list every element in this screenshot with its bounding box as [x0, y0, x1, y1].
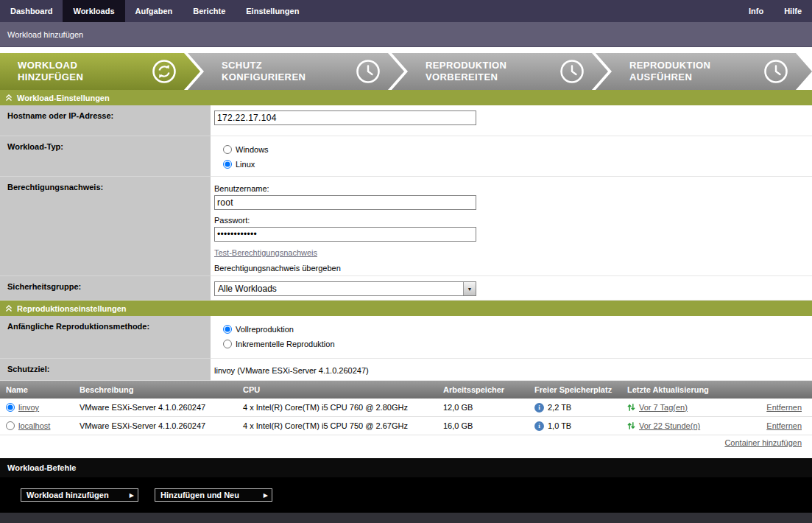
- collapse-icon: [5, 305, 13, 312]
- security-group-label: Sicherheitsgruppe:: [0, 276, 211, 301]
- top-nav: Dashboard Workloads Aufgaben Berichte Ei…: [0, 0, 812, 22]
- footer-command-area: Workload hinzufügen ▶ Hinzufügen und Neu…: [0, 477, 812, 513]
- section-header-workload-einstellungen[interactable]: Workload-Einstellungen: [0, 90, 812, 105]
- radio-option-windows[interactable]: Windows: [223, 145, 812, 154]
- cell-free-space: 1,0 TB: [548, 421, 571, 430]
- wizard-steps: WORKLOAD HINZUFÜGEN SCHUTZ KONFIGURIEREN…: [0, 53, 812, 90]
- sync-in-progress-icon: [152, 59, 177, 84]
- add-container-link[interactable]: Container hinzufügen: [724, 438, 802, 447]
- username-input[interactable]: [214, 195, 476, 210]
- password-label: Passwort:: [214, 216, 812, 225]
- wizard-step-label-line2: VORBEREITEN: [426, 71, 549, 83]
- wizard-step-workload-hinzufuegen: WORKLOAD HINZUFÜGEN: [0, 53, 200, 90]
- cell-memory: 16,0 GB: [437, 421, 529, 430]
- section-header-reproduktionseinstellungen[interactable]: Reproduktionseinstellungen: [0, 301, 812, 316]
- add-container-row: Container hinzufügen: [0, 435, 812, 451]
- hostname-input[interactable]: [214, 110, 476, 125]
- workload-commands-bar: Workload-Befehle: [0, 458, 812, 477]
- wizard-step-label-line1: REPRODUKTION: [629, 60, 753, 71]
- button-arrow-icon: ▶: [119, 492, 134, 499]
- clock-icon: [763, 59, 788, 84]
- nav-spacer: [309, 0, 738, 22]
- add-and-new-button[interactable]: Hinzufügen und Neu ▶: [155, 488, 272, 502]
- form-row-protection-target: Schutzziel: linvoy (VMware ESXi-Server 4…: [0, 359, 812, 381]
- wizard-step-label-line1: REPRODUKTION: [426, 60, 549, 71]
- column-header-freier-speicherplatz: Freier Speicherplatz: [529, 385, 621, 394]
- cell-free-space: 2,2 TB: [548, 403, 571, 412]
- form-row-credentials: Berechtigungsnachweis: Benutzername: Pas…: [0, 177, 812, 276]
- radio-option-linux[interactable]: Linux: [223, 160, 812, 169]
- form-row-hostname: Hostname oder IP-Adresse:: [0, 105, 812, 136]
- app-window: Dashboard Workloads Aufgaben Berichte Ei…: [0, 0, 812, 523]
- username-label: Benutzername:: [214, 184, 812, 193]
- button-arrow-icon: ▶: [253, 492, 268, 499]
- cell-cpu: 4 x Intel(R) Core(TM) i5 CPU 760 @ 2.80G…: [237, 403, 437, 412]
- radio-label: Inkrementelle Reproduktion: [236, 340, 335, 348]
- linux-radio[interactable]: [223, 160, 232, 169]
- clock-icon: [559, 59, 585, 84]
- info-icon: i: [534, 421, 544, 431]
- form-row-workload-type: Workload-Typ: Windows Linux: [0, 136, 812, 177]
- workload-type-radio-group: Windows Linux: [214, 141, 812, 169]
- button-label: Workload hinzufügen: [27, 491, 109, 499]
- column-header-beschreibung: Beschreibung: [74, 385, 237, 394]
- remove-link[interactable]: Entfernen: [766, 421, 802, 430]
- select-value: Alle Workloads: [215, 284, 463, 294]
- password-input[interactable]: [214, 227, 476, 242]
- refresh-status-icon: [627, 421, 635, 430]
- column-header-name: Name: [0, 385, 74, 394]
- container-name-link[interactable]: localhost: [18, 421, 50, 430]
- breadcrumb: Workload hinzufügen: [0, 22, 812, 47]
- button-label: Hinzufügen und Neu: [160, 491, 239, 499]
- wizard-step-reproduktion-ausfuehren: REPRODUKTION AUSFÜHREN: [596, 53, 812, 90]
- collapse-icon: [5, 94, 13, 102]
- hostname-label: Hostname oder IP-Adresse:: [0, 105, 211, 136]
- full-replication-radio[interactable]: [223, 325, 232, 334]
- nav-tab-workloads[interactable]: Workloads: [63, 0, 124, 22]
- window-bottom-edge: [0, 513, 812, 523]
- cell-description: VMware ESXi-Server 4.1.0.260247: [74, 403, 237, 412]
- nav-tab-einstellungen[interactable]: Einstellungen: [236, 0, 309, 22]
- nav-tab-hilfe[interactable]: Hilfe: [774, 0, 812, 22]
- wizard-step-label-line1: WORKLOAD: [18, 60, 141, 71]
- form-row-replication-method: Anfängliche Reproduktionsmethode: Vollre…: [0, 316, 812, 359]
- add-workload-button[interactable]: Workload hinzufügen ▶: [21, 488, 138, 502]
- radio-option-inkrementelle-reproduktion[interactable]: Inkrementelle Reproduktion: [223, 340, 812, 348]
- radio-label: Vollreproduktion: [236, 325, 294, 334]
- dropdown-arrow-icon[interactable]: ▼: [463, 282, 476, 295]
- nav-tab-berichte[interactable]: Berichte: [183, 0, 236, 22]
- radio-label: Windows: [236, 145, 269, 154]
- security-group-select[interactable]: Alle Workloads ▼: [214, 281, 476, 296]
- wizard-step-label-line1: SCHUTZ: [222, 60, 345, 71]
- remove-link[interactable]: Entfernen: [766, 403, 802, 412]
- cell-description: VMware ESXi-Server 4.1.0.260247: [74, 421, 237, 430]
- credentials-label: Berechtigungsnachweis:: [0, 177, 211, 276]
- nav-tab-info[interactable]: Info: [738, 0, 774, 22]
- workload-commands-title: Workload-Befehle: [7, 463, 76, 472]
- last-update-link[interactable]: Vor 7 Tag(en): [639, 403, 688, 412]
- clock-icon: [356, 59, 381, 84]
- container-select-radio[interactable]: [6, 403, 15, 412]
- cell-memory: 12,0 GB: [437, 403, 529, 412]
- radio-option-vollreproduktion[interactable]: Vollreproduktion: [223, 325, 812, 334]
- wizard-step-label-line2: KONFIGURIEREN: [222, 71, 345, 83]
- section-title: Workload-Einstellungen: [17, 94, 110, 102]
- nav-tab-aufgaben[interactable]: Aufgaben: [125, 0, 183, 22]
- test-credentials-link[interactable]: Test-Berechtigungsnachweis: [214, 248, 317, 257]
- protection-target-value: linvoy (VMware ESXi-Server 4.1.0.260247): [214, 364, 812, 375]
- last-update-link[interactable]: Vor 22 Stunde(n): [639, 421, 700, 430]
- section-title: Reproduktionseinstellungen: [17, 304, 127, 313]
- column-header-arbeitsspeicher: Arbeitsspeicher: [437, 385, 529, 394]
- page-title: Workload hinzufügen: [7, 30, 83, 39]
- incremental-replication-radio[interactable]: [223, 340, 232, 348]
- info-icon: i: [534, 403, 544, 413]
- container-select-radio[interactable]: [6, 421, 15, 430]
- containers-table-header: Name Beschreibung CPU Arbeitsspeicher Fr…: [0, 381, 812, 399]
- nav-tab-dashboard[interactable]: Dashboard: [0, 0, 63, 22]
- radio-label: Linux: [236, 160, 255, 169]
- form-row-security-group: Sicherheitsgruppe: Alle Workloads ▼: [0, 276, 812, 301]
- wizard-step-label-line2: HINZUFÜGEN: [18, 71, 141, 83]
- windows-radio[interactable]: [223, 145, 232, 154]
- container-name-link[interactable]: linvoy: [18, 403, 39, 412]
- replication-method-radio-group: Vollreproduktion Inkrementelle Reprodukt…: [214, 321, 812, 348]
